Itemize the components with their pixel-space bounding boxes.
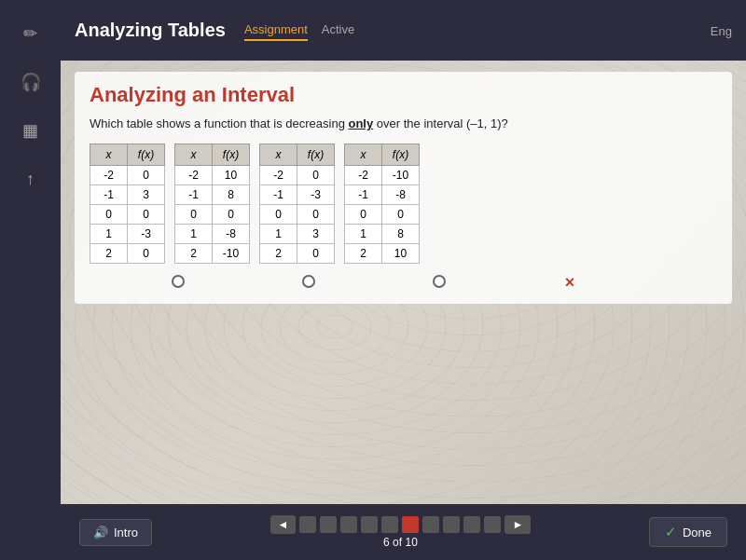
table-option-1: x f(x) -20-13001-320 (90, 143, 165, 264)
done-label: Done (683, 526, 711, 540)
grid-icon[interactable]: ▦ (12, 112, 49, 149)
topbar: Analyzing Tables Assignment Active Eng (61, 0, 746, 61)
question-part1: Which table shows a function that is dec… (90, 116, 348, 130)
tab-assignment[interactable]: Assignment (244, 20, 308, 41)
pencil-icon[interactable]: ✏ (12, 15, 49, 52)
table-row: -1-8 (345, 185, 420, 205)
tab-bar: Assignment Active (244, 20, 354, 41)
nav-dot-7[interactable] (422, 516, 439, 533)
tab-active[interactable]: Active (322, 20, 354, 41)
table-row: 00 (345, 205, 420, 225)
radio-3[interactable] (433, 275, 446, 288)
table-4: x f(x) -2-10-1-80018210 (344, 143, 420, 264)
next-button[interactable]: ► (504, 515, 531, 534)
incorrect-mark: × (565, 273, 575, 292)
table1-header-x: x (90, 144, 128, 166)
table-1: x f(x) -20-13001-320 (90, 143, 165, 264)
table-row: -20 (90, 166, 165, 185)
table-option-2: x f(x) -210-18001-82-10 (174, 143, 250, 264)
table-row: 210 (345, 244, 420, 264)
table-row: -13 (90, 185, 165, 205)
nav-dot-9[interactable] (463, 516, 480, 533)
table-row: 00 (175, 205, 250, 225)
intro-button[interactable]: 🔊 Intro (79, 519, 152, 546)
table-2: x f(x) -210-18001-82-10 (174, 143, 250, 264)
table-row: -1-3 (260, 185, 335, 205)
nav-dot-3[interactable] (340, 516, 357, 533)
nav-dots: ◄ ► (270, 515, 532, 534)
bottom-bar: 🔊 Intro ◄ ► 6 of 10 ✓ Done (61, 504, 746, 560)
table4-header-x: x (345, 144, 382, 166)
table-row: 20 (260, 244, 335, 264)
nav-dot-6[interactable] (402, 516, 419, 533)
nav-dot-2[interactable] (320, 516, 337, 533)
done-button[interactable]: ✓ Done (649, 517, 727, 547)
nav-dot-5[interactable] (381, 516, 398, 533)
table-row: 18 (345, 225, 420, 244)
table-row: 00 (90, 205, 165, 225)
radio-row: × (90, 273, 717, 293)
app-title: Analyzing Tables (75, 20, 226, 41)
table-row: -18 (175, 185, 250, 205)
sidebar: ✏ 🎧 ▦ ↑ (0, 0, 61, 560)
table-row: 20 (90, 244, 165, 264)
headphone-icon[interactable]: 🎧 (12, 63, 49, 101)
nav-dot-4[interactable] (361, 516, 378, 533)
table-option-4: x f(x) -2-10-1-80018210 (344, 143, 420, 264)
nav-dot-8[interactable] (443, 516, 460, 533)
top-right-label: Eng (711, 23, 732, 37)
table-row: 2-10 (175, 244, 250, 264)
table-row: -210 (175, 166, 250, 185)
table-row: -20 (260, 166, 335, 185)
table-row: 1-3 (90, 225, 165, 244)
table-row: -2-10 (345, 166, 420, 185)
table-option-3: x f(x) -20-1-3001320 (259, 143, 335, 264)
table-row: 1-8 (175, 225, 250, 244)
card-title: Analyzing an Interval (90, 83, 717, 107)
table-row: 13 (260, 225, 335, 244)
intro-label: Intro (114, 526, 138, 540)
table3-header-fx: f(x) (297, 144, 335, 166)
tables-container: x f(x) -20-13001-320 x f(x) (90, 143, 717, 264)
up-arrow-icon[interactable]: ↑ (12, 160, 49, 198)
radio-2[interactable] (302, 275, 315, 288)
table3-header-x: x (260, 144, 297, 166)
table2-header-x: x (175, 144, 213, 166)
table1-header-fx: f(x) (128, 144, 165, 166)
nav-center: ◄ ► 6 of 10 (270, 515, 532, 549)
question-text: Which table shows a function that is dec… (90, 116, 717, 130)
content-card: Analyzing an Interval Which table shows … (75, 72, 732, 304)
question-part2: over the interval (–1, 1)? (373, 116, 508, 130)
table-row: 00 (260, 205, 335, 225)
prev-button[interactable]: ◄ (270, 515, 297, 534)
page-indicator: 6 of 10 (383, 536, 418, 549)
volume-icon: 🔊 (93, 526, 108, 540)
nav-dot-10[interactable] (484, 516, 501, 533)
table4-header-fx: f(x) (382, 144, 420, 166)
radio-1[interactable] (172, 275, 185, 288)
check-icon: ✓ (665, 524, 677, 540)
main-content: Analyzing an Interval Which table shows … (61, 61, 746, 504)
nav-dot-1[interactable] (299, 516, 316, 533)
table-3: x f(x) -20-1-3001320 (259, 143, 335, 264)
table2-header-fx: f(x) (213, 144, 250, 166)
question-bold: only (348, 116, 373, 130)
